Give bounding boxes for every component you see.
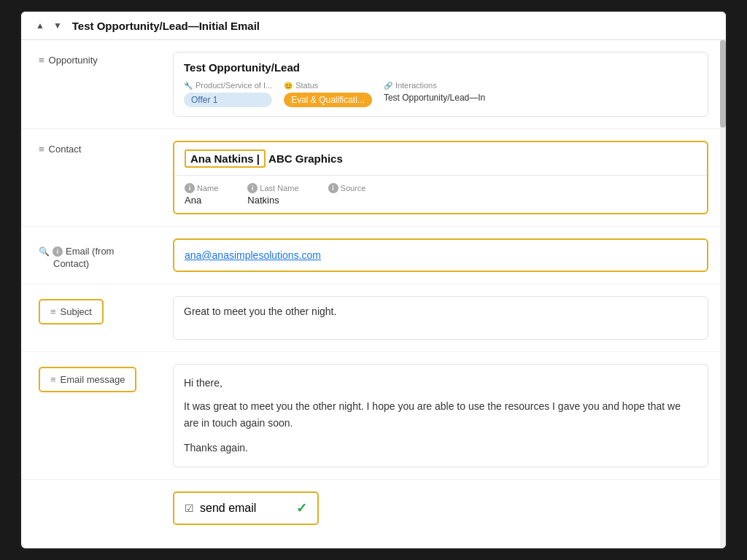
- contact-name-highlight: Ana Natkins |: [185, 149, 266, 168]
- interactions-label: 🔗 Interactions: [384, 81, 485, 90]
- contact-label-col: ≡ Contact: [39, 141, 155, 155]
- opportunity-card-title: Test Opportunity/Lead: [184, 61, 697, 74]
- source-info-icon: i: [328, 183, 338, 193]
- contact-label: Contact: [49, 144, 82, 155]
- status-meta: 😊 Status Eval & Qualificati...: [284, 81, 372, 107]
- email-body-line2: It was great to meet you the other night…: [184, 398, 697, 431]
- email-message-icon: ≡: [50, 374, 56, 385]
- subject-label: Subject: [61, 306, 92, 317]
- contact-header: Ana Natkins | ABC Graphics: [174, 142, 707, 176]
- subject-label-col: ≡ Subject: [39, 296, 155, 324]
- email-message-row: ≡ Email message Hi there, It was great t…: [21, 352, 726, 480]
- nav-arrows[interactable]: ▲ ▼: [33, 19, 65, 32]
- first-name-value: Ana: [185, 195, 218, 206]
- send-email-label: send email: [200, 502, 256, 515]
- send-email-checkmark: ✓: [296, 500, 307, 516]
- content-area: ≡ Opportunity Test Opportunity/Lead 🔧 Pr…: [21, 40, 726, 548]
- email-body-line3: Thanks again.: [184, 440, 697, 456]
- scrollbar-track[interactable]: [720, 40, 726, 548]
- email-message-field-col: Hi there, It was great to meet you the o…: [173, 364, 708, 467]
- status-label: 😊 Status: [284, 81, 372, 90]
- interactions-meta: 🔗 Interactions Test Opportunity/Lead—In: [384, 81, 485, 107]
- opportunity-card: Test Opportunity/Lead 🔧 Product/Service …: [173, 52, 708, 117]
- title-bar: ▲ ▼ Test Opportunity/Lead—Initial Email: [21, 12, 726, 40]
- email-message-label-box: ≡ Email message: [39, 367, 136, 392]
- contact-company: ABC Graphics: [268, 152, 343, 165]
- email-link[interactable]: ana@anasimplesolutions.com: [185, 249, 321, 261]
- contact-card[interactable]: Ana Natkins | ABC Graphics i Name Ana: [173, 141, 708, 214]
- last-name-label: i Last Name: [247, 183, 298, 193]
- email-from-contact-row: 🔍 i Email (from Contact) ana@anasimpleso…: [21, 227, 726, 284]
- first-name-info-icon: i: [185, 183, 195, 193]
- email-body-line1: Hi there,: [184, 375, 697, 391]
- email-field: ana@anasimplesolutions.com: [173, 238, 708, 272]
- contact-icon: ≡: [39, 144, 44, 155]
- send-email-checkbox-icon[interactable]: ☑: [185, 502, 194, 514]
- subject-icon: ≡: [50, 306, 56, 317]
- status-icon: 😊: [284, 82, 293, 90]
- email-card[interactable]: ana@anasimplesolutions.com: [173, 238, 708, 272]
- email-body[interactable]: Hi there, It was great to meet you the o…: [173, 364, 708, 467]
- email-from-label-2: Contact): [39, 258, 89, 269]
- opportunity-row: ≡ Opportunity Test Opportunity/Lead 🔧 Pr…: [21, 40, 726, 129]
- email-search-icon: 🔍: [39, 246, 50, 257]
- opportunity-field: Test Opportunity/Lead 🔧 Product/Service …: [173, 52, 708, 117]
- product-icon: 🔧: [184, 82, 193, 90]
- email-message-label: Email message: [61, 374, 125, 385]
- interactions-value: Test Opportunity/Lead—In: [384, 93, 485, 103]
- opportunity-icon: ≡: [39, 55, 44, 66]
- last-name-field: i Last Name Natkins: [247, 183, 298, 206]
- contact-row: ≡ Contact Ana Natkins | ABC Graphics i N…: [21, 129, 726, 227]
- email-from-label: Email (from: [66, 246, 114, 257]
- last-name-value: Natkins: [247, 195, 298, 206]
- product-label: 🔧 Product/Service of I...: [184, 81, 272, 90]
- opportunity-card-meta: 🔧 Product/Service of I... Offer 1 😊 Stat…: [184, 81, 697, 107]
- subject-field-col: Great to meet you the other night.: [173, 296, 708, 340]
- email-message-label-col: ≡ Email message: [39, 364, 155, 392]
- source-label: i Source: [328, 183, 366, 193]
- source-field: i Source: [328, 183, 366, 206]
- email-label-col: 🔍 i Email (from Contact): [39, 238, 155, 269]
- contact-fields: i Name Ana i Last Name Natkins: [174, 176, 707, 213]
- send-email-box[interactable]: ☑ send email ✓: [173, 491, 319, 525]
- product-badge[interactable]: Offer 1: [184, 93, 272, 107]
- opportunity-label-col: ≡ Opportunity: [39, 52, 155, 66]
- interactions-icon: 🔗: [384, 82, 392, 90]
- first-name-field: i Name Ana: [185, 183, 218, 206]
- window-title: Test Opportunity/Lead—Initial Email: [72, 20, 260, 32]
- contact-field: Ana Natkins | ABC Graphics i Name Ana: [173, 141, 708, 214]
- subject-value[interactable]: Great to meet you the other night.: [173, 296, 708, 340]
- subject-row: ≡ Subject Great to meet you the other ni…: [21, 284, 726, 352]
- send-email-row: ☑ send email ✓: [21, 480, 726, 537]
- main-window: ▲ ▼ Test Opportunity/Lead—Initial Email …: [20, 10, 727, 550]
- scrollbar-thumb[interactable]: [720, 40, 726, 128]
- nav-up-arrow[interactable]: ▲: [33, 19, 47, 32]
- product-meta: 🔧 Product/Service of I... Offer 1: [184, 81, 272, 107]
- last-name-info-icon: i: [247, 183, 258, 193]
- first-name-label: i Name: [185, 183, 218, 193]
- nav-down-arrow[interactable]: ▼: [50, 19, 65, 32]
- subject-label-box: ≡ Subject: [39, 299, 104, 324]
- status-badge[interactable]: Eval & Qualificati...: [284, 93, 372, 107]
- email-info-icon: i: [53, 246, 63, 257]
- opportunity-label: Opportunity: [49, 55, 98, 66]
